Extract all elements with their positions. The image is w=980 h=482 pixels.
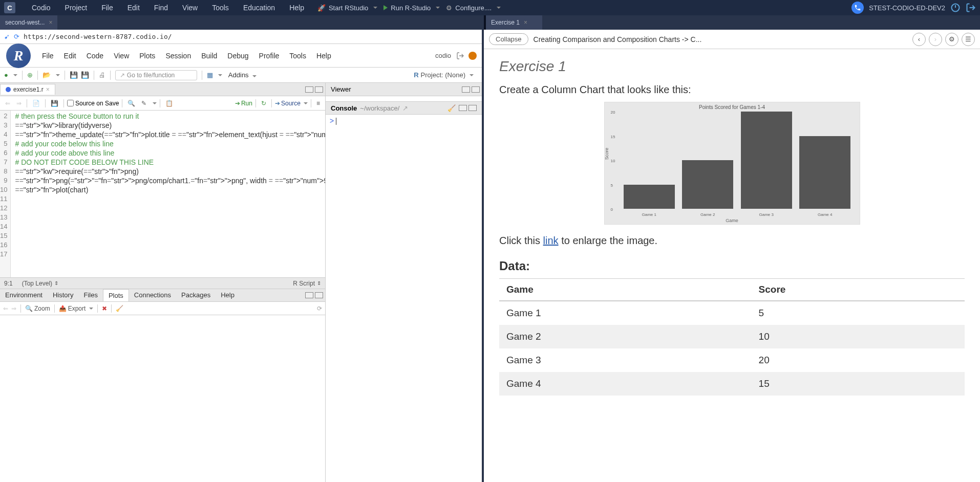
remove-plot-icon[interactable]: ✖ — [102, 305, 107, 312]
close-icon[interactable]: × — [524, 19, 527, 26]
rsmenu-view[interactable]: View — [109, 52, 134, 60]
maximize-pane-icon[interactable] — [315, 86, 323, 93]
configure-action[interactable]: ⚙ Configure.... — [446, 4, 501, 12]
chevron-down-icon[interactable] — [436, 7, 440, 9]
rsmenu-build[interactable]: Build — [196, 52, 222, 60]
find-icon[interactable]: 🔍 — [125, 99, 137, 108]
show-in-tab-icon[interactable]: 📄 — [30, 99, 42, 108]
code-editor[interactable]: 234567891011121314151617 # then press th… — [0, 111, 325, 277]
minimize-pane-icon[interactable] — [305, 292, 313, 298]
language-label[interactable]: R Script — [293, 280, 315, 287]
minimize-pane-icon[interactable] — [305, 86, 313, 93]
popout-icon[interactable]: ➹ — [4, 33, 10, 40]
menu-codio[interactable]: Codio — [25, 4, 58, 12]
rsmenu-session[interactable]: Session — [160, 52, 196, 60]
rsmenu-profile[interactable]: Profile — [254, 52, 285, 60]
enlarge-link[interactable]: link — [543, 235, 559, 246]
rsmenu-edit[interactable]: Edit — [59, 52, 81, 60]
url-text[interactable]: https://second-western-8787.codio.io/ — [24, 33, 172, 40]
tab-plots[interactable]: Plots — [103, 289, 129, 301]
chevron-down-icon[interactable] — [373, 7, 377, 9]
prev-page-button[interactable]: ‹ — [912, 33, 926, 46]
source-button[interactable]: ➔ Source — [275, 100, 308, 107]
tab-history[interactable]: History — [48, 289, 78, 301]
addins-button[interactable]: Addins — [225, 70, 260, 80]
source-on-save-input[interactable] — [67, 100, 74, 106]
prev-plot-icon[interactable]: ⇐ — [3, 305, 8, 312]
outline-icon[interactable]: ≡ — [314, 99, 322, 108]
run-button[interactable]: ➔ Run — [235, 100, 252, 107]
goto-file-input[interactable]: ↗ Go to file/function — [115, 70, 197, 80]
tab-help[interactable]: Help — [216, 289, 240, 301]
minimize-pane-icon[interactable] — [462, 86, 470, 93]
maximize-pane-icon[interactable] — [315, 292, 323, 298]
tab-connections[interactable]: Connections — [129, 289, 176, 301]
project-selector[interactable]: R Project: (None) — [410, 70, 478, 80]
tab-guide[interactable]: Exercise 1 × — [486, 15, 542, 30]
clear-console-icon[interactable]: 🧹 — [448, 104, 456, 112]
console-label[interactable]: Console — [331, 104, 357, 112]
chevron-down-icon[interactable] — [153, 102, 157, 104]
maximize-pane-icon[interactable] — [472, 86, 480, 93]
console-popout-icon[interactable]: ↗ — [402, 104, 408, 112]
chevron-down-icon[interactable] — [13, 74, 17, 76]
menu-education[interactable]: Education — [236, 4, 282, 12]
forward-icon[interactable]: ⇒ — [14, 99, 24, 108]
chevron-down-icon[interactable] — [497, 7, 501, 9]
menu-file[interactable]: File — [94, 4, 120, 12]
grid-icon[interactable]: ▦ — [207, 71, 213, 79]
wand-icon[interactable]: ✎ — [139, 99, 148, 108]
code-area[interactable]: # then press the Source button to run it… — [11, 111, 325, 277]
rsmenu-code[interactable]: Code — [81, 52, 109, 60]
export-button[interactable]: 📤Export — [59, 305, 94, 312]
save-all-icon[interactable]: 💾 — [81, 71, 89, 79]
minimize-pane-icon[interactable] — [459, 105, 467, 111]
console-body[interactable]: > — [326, 115, 482, 482]
chevron-down-icon[interactable] — [218, 74, 222, 76]
refresh-plot-icon[interactable]: ⟳ — [317, 305, 322, 312]
rsmenu-help[interactable]: Help — [311, 52, 336, 60]
codio-logo[interactable]: C — [4, 2, 15, 13]
chevron-down-icon[interactable] — [56, 74, 60, 76]
signout-icon[interactable] — [456, 52, 464, 60]
scope-selector[interactable]: (Top Level) ⇕ — [22, 280, 58, 287]
save-icon[interactable]: 💾 — [70, 71, 78, 79]
power-icon[interactable] — [950, 3, 961, 13]
menu-edit[interactable]: Edit — [120, 4, 147, 12]
menu-find[interactable]: Find — [147, 4, 175, 12]
new-project-icon[interactable]: ⊕ — [27, 71, 33, 79]
rerun-icon[interactable]: ↻ — [259, 99, 268, 108]
rsmenu-plots[interactable]: Plots — [134, 52, 160, 60]
back-icon[interactable]: ⇐ — [3, 99, 12, 108]
new-file-icon[interactable]: ● — [4, 71, 8, 79]
quit-icon[interactable] — [468, 52, 477, 60]
tab-preview[interactable]: second-west... × — [0, 15, 57, 30]
start-rstudio-action[interactable]: 🚀 Start RStudio — [317, 4, 377, 12]
source-on-save-checkbox[interactable]: Source on Save — [67, 100, 119, 107]
save-icon[interactable]: 💾 — [49, 99, 60, 108]
open-file-icon[interactable]: 📂 — [42, 71, 51, 79]
menu-view[interactable]: View — [175, 4, 205, 12]
tab-files[interactable]: Files — [78, 289, 102, 301]
maximize-pane-icon[interactable] — [468, 105, 477, 111]
tab-packages[interactable]: Packages — [176, 289, 216, 301]
next-page-button[interactable]: › — [929, 33, 942, 46]
logout-icon[interactable] — [966, 3, 976, 13]
tab-environment[interactable]: Environment — [0, 289, 48, 301]
run-rstudio-action[interactable]: Run R-Studio — [384, 4, 440, 12]
collapse-button[interactable]: Collapse — [489, 33, 528, 45]
menu-tools[interactable]: Tools — [205, 4, 236, 12]
toc-button[interactable]: ☰ — [962, 33, 975, 46]
settings-button[interactable]: ⚙ — [945, 33, 958, 46]
rsmenu-file[interactable]: File — [37, 52, 59, 60]
reload-icon[interactable]: ⟳ — [14, 33, 19, 40]
print-icon[interactable]: 🖨 — [99, 71, 105, 79]
menu-help[interactable]: Help — [282, 4, 311, 12]
file-tab[interactable]: exercise1.r × — [0, 84, 55, 95]
clear-plots-icon[interactable]: 🧹 — [116, 305, 123, 312]
menu-project[interactable]: Project — [58, 4, 95, 12]
rsmenu-debug[interactable]: Debug — [222, 52, 253, 60]
zoom-button[interactable]: 🔍Zoom — [25, 305, 50, 312]
viewer-tab[interactable]: Viewer — [326, 83, 482, 96]
next-plot-icon[interactable]: ⇒ — [11, 305, 16, 312]
